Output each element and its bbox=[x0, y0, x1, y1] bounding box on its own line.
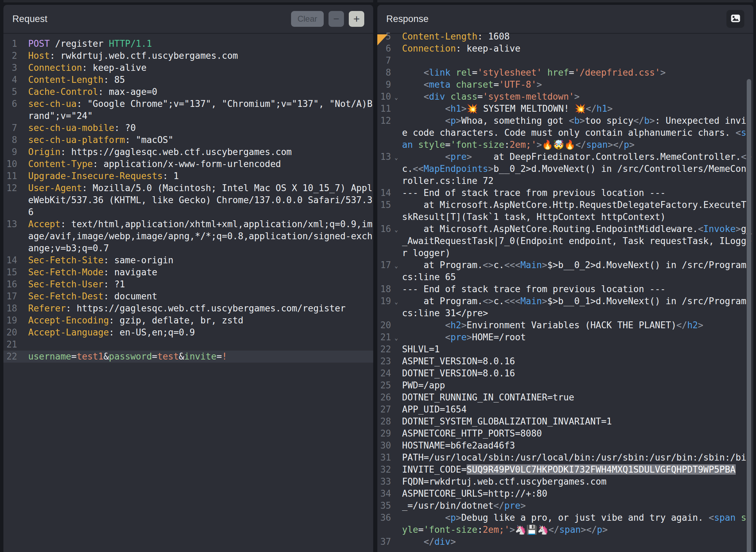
code-line[interactable]: 17Sec-Fetch-Dest: document bbox=[3, 290, 373, 302]
gutter: 21 bbox=[3, 339, 28, 351]
code-line[interactable]: 29ASPNETCORE_HTTP_PORTS=8080 bbox=[377, 428, 753, 440]
fold-chevron-icon[interactable]: ⌄ bbox=[391, 296, 402, 308]
code-line[interactable]: 18--- End of stack trace from previous l… bbox=[377, 283, 753, 295]
line-number: 20 bbox=[377, 319, 391, 331]
code-line[interactable]: 32INVITE_CODE=SUQ9R49PV0LC7HKPODKI732FWH… bbox=[377, 464, 753, 476]
render-image-button[interactable] bbox=[726, 10, 744, 28]
gutter: 15 bbox=[377, 199, 402, 211]
code-line[interactable]: 15Sec-Fetch-Mode: navigate bbox=[3, 266, 373, 278]
code-line[interactable]: 19Accept-Encoding: gzip, deflate, br, zs… bbox=[3, 314, 373, 327]
code-line[interactable]: 12User-Agent: Mozilla/5.0 (Macintosh; In… bbox=[3, 182, 373, 218]
code-line[interactable]: 33FQDN=rwkdrtuj.web.ctf.uscybergames.com bbox=[377, 476, 753, 488]
gutter: 18 bbox=[3, 302, 28, 314]
code-line[interactable]: 11Upgrade-Insecure-Requests: 1 bbox=[3, 170, 373, 182]
code-line[interactable]: 35_=/usr/bin/dotnet</pre> bbox=[377, 500, 753, 512]
gutter: 15 bbox=[3, 266, 28, 278]
code-line[interactable]: 6sec-ch-ua: "Google Chrome";v="137", "Ch… bbox=[3, 98, 373, 122]
response-header: Response bbox=[377, 5, 753, 34]
code-line[interactable]: 24DOTNET_VERSION=8.0.16 bbox=[377, 367, 753, 379]
response-viewer[interactable]: 5Content-Length: 16086Connection: keep-a… bbox=[377, 34, 753, 548]
fold-chevron-icon[interactable]: ⌄ bbox=[391, 260, 402, 272]
code-line[interactable]: 6Connection: keep-alive bbox=[377, 43, 753, 55]
code-line[interactable]: 23ASPNET_VERSION=8.0.16 bbox=[377, 355, 753, 367]
gutter: 7 bbox=[3, 122, 28, 134]
code-line[interactable]: 37 </div> bbox=[377, 536, 753, 548]
code-text: Accept: text/html,application/xhtml+xml,… bbox=[28, 218, 373, 254]
code-line[interactable]: 7sec-ch-ua-mobile: ?0 bbox=[3, 122, 373, 134]
code-line[interactable]: 25PWD=/app bbox=[377, 379, 753, 391]
gutter: 13⌄ bbox=[377, 151, 402, 163]
code-line[interactable]: 5Cache-Control: max-age=0 bbox=[3, 86, 373, 98]
code-line[interactable]: 7 bbox=[377, 55, 753, 67]
code-line[interactable]: 16Sec-Fetch-User: ?1 bbox=[3, 278, 373, 290]
code-line[interactable]: 5Content-Length: 1608 bbox=[377, 31, 753, 43]
code-line[interactable]: 19⌄ at Program.<>c.<<<Main>$>b__0_1>d.Mo… bbox=[377, 295, 753, 319]
code-line[interactable]: 36 <p>Debug like a pro, or just vibe and… bbox=[377, 512, 753, 536]
line-number: 19 bbox=[377, 295, 391, 307]
line-number: 24 bbox=[377, 367, 391, 379]
fold-chevron-icon[interactable]: ⌄ bbox=[391, 91, 402, 103]
gutter: 4 bbox=[3, 74, 28, 86]
code-line[interactable]: 20 <h2>Environment Variables (HACK THE P… bbox=[377, 319, 753, 331]
code-text: <meta charset='UTF-8'> bbox=[402, 79, 753, 91]
code-line[interactable]: 27APP_UID=1654 bbox=[377, 404, 753, 416]
code-line[interactable]: 10Content-Type: application/x-www-form-u… bbox=[3, 158, 373, 170]
code-line[interactable]: 1POST /register HTTP/1.1 bbox=[3, 38, 373, 50]
code-text: PWD=/app bbox=[402, 379, 753, 391]
gutter: 11 bbox=[377, 103, 402, 115]
line-number: 14 bbox=[377, 187, 391, 199]
fold-chevron-icon[interactable]: ⌄ bbox=[391, 332, 402, 344]
code-line[interactable]: 26DOTNET_RUNNING_IN_CONTAINER=true bbox=[377, 391, 753, 404]
image-icon bbox=[731, 14, 740, 23]
line-number: 2 bbox=[3, 50, 17, 62]
line-number: 32 bbox=[377, 464, 391, 476]
code-line[interactable]: 14--- End of stack trace from previous l… bbox=[377, 187, 753, 199]
code-line[interactable]: 8sec-ch-ua-platform: "macOS" bbox=[3, 134, 373, 146]
decrease-font-button[interactable]: − bbox=[329, 11, 344, 27]
code-line[interactable]: 15 at Microsoft.AspNetCore.Http.RequestD… bbox=[377, 199, 753, 223]
code-line[interactable]: 16⌄ at Microsoft.AspNetCore.Routing.Endp… bbox=[377, 223, 753, 259]
code-text: Connection: keep-alive bbox=[402, 43, 753, 55]
code-line[interactable]: 34ASPNETCORE_URLS=http://+:80 bbox=[377, 488, 753, 500]
code-text: SHLVL=1 bbox=[402, 343, 753, 355]
code-line[interactable]: 22SHLVL=1 bbox=[377, 343, 753, 355]
line-number: 33 bbox=[377, 476, 391, 488]
code-line[interactable]: 30HOSTNAME=b6fe2aad46f3 bbox=[377, 440, 753, 452]
code-line[interactable]: 17⌄ at Program.<>c.<<<Main>$>b__0_2>d.Mo… bbox=[377, 259, 753, 283]
gutter: 26 bbox=[377, 391, 402, 404]
code-text: at Program.<>c.<<<Main>$>b__0_2>d.MoveNe… bbox=[402, 259, 753, 283]
code-text: <pre> at DeepFriedinator.Controllers.Mem… bbox=[402, 151, 753, 187]
increase-font-button[interactable]: + bbox=[349, 11, 364, 27]
request-editor[interactable]: 1POST /register HTTP/1.12Host: rwkdrtuj.… bbox=[3, 34, 373, 363]
line-number: 31 bbox=[377, 452, 391, 464]
code-line[interactable]: 28DOTNET_SYSTEM_GLOBALIZATION_INVARIANT=… bbox=[377, 416, 753, 428]
code-line[interactable]: 10⌄ <div class='system-meltdown'> bbox=[377, 91, 753, 103]
code-line[interactable]: 4Content-Length: 85 bbox=[3, 74, 373, 86]
response-scrollbar[interactable] bbox=[747, 79, 751, 552]
code-line[interactable]: 22username=test1&password=test&invite=! bbox=[3, 351, 373, 363]
code-line[interactable]: 31PATH=/usr/local/sbin:/usr/local/bin:/u… bbox=[377, 452, 753, 464]
code-line[interactable]: 21 bbox=[3, 339, 373, 351]
code-line[interactable]: 18Referer: https://gaglesqc.web.ctf.uscy… bbox=[3, 302, 373, 314]
gutter: 6 bbox=[377, 43, 402, 55]
code-line[interactable]: 13Accept: text/html,application/xhtml+xm… bbox=[3, 218, 373, 254]
fold-chevron-icon[interactable]: ⌄ bbox=[391, 152, 402, 164]
fold-chevron-icon[interactable]: ⌄ bbox=[391, 224, 402, 236]
line-number: 6 bbox=[3, 98, 17, 110]
code-line[interactable]: 9 <meta charset='UTF-8'> bbox=[377, 79, 753, 91]
code-line[interactable]: 21⌄ <pre>HOME=/root bbox=[377, 331, 753, 343]
code-line[interactable]: 9Origin: https://gaglesqc.web.ctf.uscybe… bbox=[3, 146, 373, 158]
code-line[interactable]: 2Host: rwkdrtuj.web.ctf.uscybergames.com bbox=[3, 50, 373, 62]
code-line[interactable]: 11 <h1>💥 SYSTEM MELTDOWN! 💥</h1> bbox=[377, 103, 753, 115]
line-number: 11 bbox=[377, 103, 391, 115]
code-line[interactable]: 14Sec-Fetch-Site: same-origin bbox=[3, 254, 373, 266]
code-line[interactable]: 20Accept-Language: en-US,en;q=0.9 bbox=[3, 327, 373, 339]
code-line[interactable]: 3Connection: keep-alive bbox=[3, 62, 373, 74]
line-number: 37 bbox=[377, 536, 391, 548]
code-line[interactable]: 13⌄ <pre> at DeepFriedinator.Controllers… bbox=[377, 151, 753, 187]
code-text: </div> bbox=[402, 536, 753, 548]
clear-button[interactable]: Clear bbox=[291, 11, 324, 27]
code-line[interactable]: 12 <p>Whoa, something got <b>too spicy</… bbox=[377, 115, 753, 151]
line-number: 22 bbox=[3, 351, 17, 363]
code-line[interactable]: 8 <link rel='stylesheet' href='/deepfrie… bbox=[377, 67, 753, 79]
